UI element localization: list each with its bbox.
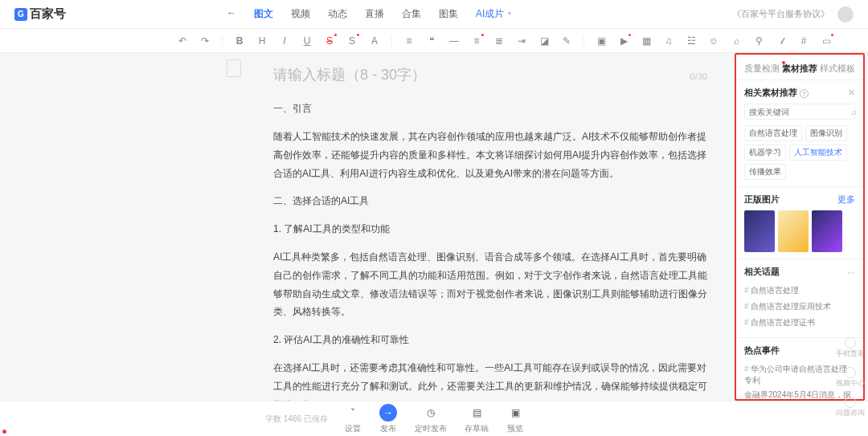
- bold-icon[interactable]: B: [234, 35, 245, 47]
- tag-item[interactable]: 机器学习: [744, 145, 786, 161]
- notification-dot-icon: [2, 430, 6, 434]
- tag-item[interactable]: 人工智能技术: [789, 145, 847, 161]
- hr-icon[interactable]: —: [448, 35, 460, 47]
- panel-tab-quality[interactable]: 质量检测: [744, 63, 780, 75]
- nav-tab-video[interactable]: 视频: [291, 7, 310, 21]
- side-video-center[interactable]: 视频中心: [836, 367, 865, 389]
- topics-title: 相关话题: [744, 266, 780, 278]
- tag-item[interactable]: 图像识别: [805, 125, 847, 141]
- word-count: 字数 1466 已保存: [265, 414, 328, 425]
- video-icon[interactable]: ▶: [618, 35, 629, 47]
- sticker-icon[interactable]: ☺: [708, 35, 719, 47]
- nav-tab-text[interactable]: 图文: [254, 7, 273, 21]
- top-nav: ← 图文 视频 动态 直播 合集 图集 AI成片: [227, 7, 514, 21]
- strike-icon[interactable]: S: [324, 35, 335, 47]
- table-icon[interactable]: ▦: [641, 35, 652, 47]
- phone-icon: [845, 337, 856, 348]
- stock-image[interactable]: [778, 210, 809, 252]
- body-para[interactable]: 一、引言: [273, 100, 707, 118]
- image-icon[interactable]: ▣: [596, 35, 607, 47]
- nav-back[interactable]: ←: [227, 7, 236, 21]
- publish-button[interactable]: → 发布: [379, 404, 397, 434]
- save-icon: ▤: [468, 404, 485, 422]
- body-para[interactable]: 1. 了解AI工具的类型和功能: [273, 220, 707, 238]
- nav-tab-collection[interactable]: 合集: [402, 7, 421, 21]
- body-para[interactable]: 2. 评估AI工具的准确性和可靠性: [273, 331, 707, 349]
- list-ol-icon[interactable]: ≡: [471, 35, 482, 47]
- app-header: G 百家号 ← 图文 视频 动态 直播 合集 图集 AI成片 《百家号平台服务协…: [0, 0, 868, 29]
- redo-icon[interactable]: ↷: [199, 35, 211, 47]
- images-more[interactable]: 更多: [837, 194, 855, 206]
- search-input[interactable]: [749, 108, 851, 116]
- editor-toolbar: ↶ ↷ B H I U S S A ≡ ❝ — ≡ ≣ ⇥ ◪ ✎ ▣ ▶ ▦ …: [0, 29, 868, 53]
- nav-tab-live[interactable]: 直播: [365, 7, 384, 21]
- vote-icon[interactable]: ☳: [686, 35, 697, 47]
- logo-text: 百家号: [30, 6, 66, 22]
- search-icon[interactable]: ⌕: [731, 35, 742, 47]
- editor-area[interactable]: 请输入标题（8 - 30字） 0/30 一、引言 随着人工智能技术的快速发展，其…: [249, 53, 731, 401]
- keyword-search[interactable]: ⌕: [744, 104, 855, 120]
- arrow-right-icon: →: [379, 404, 397, 422]
- side-help[interactable]: 问题咨询: [836, 397, 865, 418]
- indent-icon[interactable]: ⇥: [516, 35, 527, 47]
- sparkle-icon: [506, 10, 514, 18]
- images-title: 正版图片: [744, 194, 780, 206]
- search-icon[interactable]: ⌕: [851, 107, 857, 116]
- italic-icon[interactable]: I: [279, 35, 290, 47]
- align-icon[interactable]: ≡: [403, 35, 415, 47]
- link-icon[interactable]: 𝓁: [776, 35, 787, 47]
- help-icon: [845, 397, 856, 408]
- body-para[interactable]: 随着人工智能技术的快速发展，其在内容创作领域的应用也越来越广泛。AI技术不仅能够…: [273, 128, 707, 182]
- panel-tab-material[interactable]: 素材推荐: [782, 63, 817, 75]
- quote-icon[interactable]: ❝: [426, 35, 437, 47]
- title-input[interactable]: 请输入标题（8 - 30字）: [273, 61, 426, 88]
- font-color-icon[interactable]: A: [369, 35, 380, 47]
- help-icon[interactable]: ?: [800, 89, 809, 98]
- nav-tab-feed[interactable]: 动态: [328, 7, 347, 21]
- topic-item[interactable]: 自然语言处理应用技术: [744, 299, 855, 315]
- heading-icon[interactable]: H: [256, 35, 268, 47]
- page-stamp-icon: [227, 59, 241, 77]
- audio-icon[interactable]: ♫: [663, 35, 674, 47]
- footer-bar: 字数 1466 已保存 ˅ 设置 → 发布 ◷ 定时发布 ▤ 存草稿 ▣ 预览: [0, 401, 868, 436]
- body-para[interactable]: 二、选择合适的AI工具: [273, 192, 707, 210]
- settings-button[interactable]: ˅ 设置: [344, 404, 362, 434]
- side-phone-preview[interactable]: 手机查看: [836, 337, 865, 359]
- logo-icon: G: [14, 8, 27, 21]
- left-gutter: [0, 53, 249, 401]
- body-para[interactable]: 在选择AI工具时，还需要考虑其准确性和可靠性。一些AI工具可能存在误判或误导的情…: [273, 359, 707, 401]
- preview-button[interactable]: ▣ 预览: [506, 404, 524, 434]
- hash-icon[interactable]: #: [798, 35, 809, 47]
- topic-item[interactable]: 自然语言处理: [744, 283, 855, 299]
- panel-tab-template[interactable]: 样式模板: [820, 63, 855, 75]
- close-icon[interactable]: ✕: [848, 88, 855, 98]
- agreement-link[interactable]: 《百家号平台服务协议》: [732, 8, 829, 20]
- hot-title: 热点事件: [744, 344, 780, 357]
- topic-item[interactable]: 自然语言处理证书: [744, 315, 855, 331]
- nav-tab-ai-video[interactable]: AI成片: [476, 7, 514, 21]
- video-icon: [845, 367, 856, 378]
- draft-button[interactable]: ▤ 存草稿: [465, 404, 489, 434]
- tag-item[interactable]: 自然语言处理: [744, 125, 802, 141]
- nav-tab-gallery[interactable]: 图集: [439, 7, 458, 21]
- stock-image[interactable]: [812, 210, 842, 252]
- eraser-icon[interactable]: ◪: [538, 35, 550, 47]
- side-rail: 手机查看 视频中心 问题咨询: [836, 337, 865, 418]
- list-ul-icon[interactable]: ≣: [493, 35, 505, 47]
- underline-icon[interactable]: U: [301, 35, 313, 47]
- stock-image[interactable]: [744, 210, 775, 252]
- card-icon[interactable]: ▭: [821, 35, 832, 47]
- superscript-icon[interactable]: S: [346, 35, 358, 47]
- map-icon[interactable]: ⚲: [753, 35, 764, 47]
- broom-icon[interactable]: ✎: [561, 35, 572, 47]
- body-para[interactable]: AI工具种类繁多，包括自然语言处理、图像识别、语音合成等多个领域。在选择AI工具…: [273, 248, 707, 321]
- avatar[interactable]: [837, 6, 854, 22]
- undo-icon[interactable]: ↶: [177, 35, 188, 47]
- chevron-up-icon[interactable]: ︿: [848, 267, 855, 277]
- eye-icon: ▣: [506, 404, 524, 422]
- title-counter: 0/30: [690, 68, 707, 85]
- schedule-button[interactable]: ◷ 定时发布: [415, 404, 447, 434]
- logo[interactable]: G 百家号: [14, 6, 66, 22]
- tag-item[interactable]: 传播效果: [744, 164, 786, 180]
- clock-icon: ◷: [422, 404, 440, 422]
